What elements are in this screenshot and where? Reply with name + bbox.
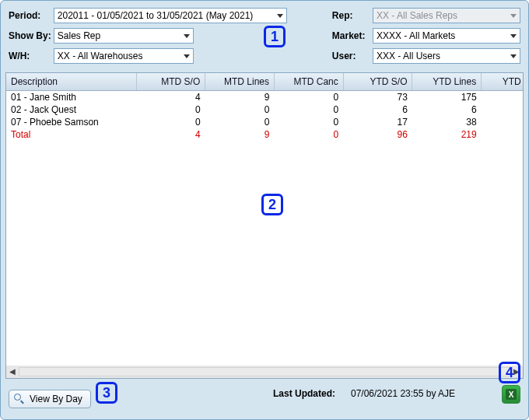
view-by-day-label: View By Day [30,394,82,404]
grid-header: DescriptionMTD S/OMTD LinesMTD CancYTD S… [6,73,524,91]
column-header[interactable]: Description [6,73,136,91]
user-label: User: [332,51,373,61]
wh-combo[interactable] [54,48,194,64]
filter-row-2: Show By: Market: [9,27,520,44]
column-header[interactable]: YTD Canc [482,73,524,91]
report-panel: Period: Rep: Show By: Market: W/H: User:… [0,0,529,420]
user-combo[interactable] [373,48,520,64]
export-excel-button[interactable]: X [502,385,520,404]
callout-3: 3 [96,382,117,404]
cell: 0 [275,116,344,128]
cell: 0 [136,116,205,128]
cell: 4 [136,128,205,141]
cell: 219 [412,128,482,141]
column-header[interactable]: MTD Canc [275,73,344,91]
cell: 0 [275,103,344,116]
cell: 07 - Phoebe Samson [6,116,136,128]
magnifier-icon [14,394,25,404]
cell: 0 [205,103,275,116]
scroll-right-icon[interactable]: ▶ [510,366,523,377]
cell: 01 - Jane Smith [6,91,136,104]
column-header[interactable]: MTD Lines [205,73,275,91]
cell: 96 [343,128,412,141]
showby-combo[interactable] [54,28,194,44]
period-combo[interactable] [54,8,287,23]
period-label: Period: [9,10,54,21]
horizontal-scrollbar[interactable]: ◀ ▶ [6,366,523,378]
grid-container: DescriptionMTD S/OMTD LinesMTD CancYTD S… [5,72,524,379]
total-row[interactable]: Total4909621929 [6,128,524,141]
cell: 0 [275,128,344,141]
column-header[interactable]: MTD S/O [136,73,205,91]
cell: 0 [136,103,205,116]
rep-label: Rep: [332,10,373,21]
rep-combo [373,8,520,23]
filter-area: Period: Rep: Show By: Market: W/H: User:… [1,1,528,72]
column-header[interactable]: YTD Lines [412,73,482,91]
cell: 6 [412,103,482,116]
cell: 0 [205,116,275,128]
cell: Total [6,128,136,141]
wh-label: W/H: [9,51,54,61]
cell: 0 [275,91,344,104]
showby-label: Show By: [9,30,54,41]
cell: 17 [343,116,412,128]
cell: 02 - Jack Quest [6,103,136,116]
cell: 73 [343,91,412,104]
scroll-left-icon[interactable]: ◀ [6,366,19,377]
cell: 6 [343,103,412,116]
cell: 38 [412,116,482,128]
cell: 29 [482,128,524,141]
scroll-track[interactable] [19,367,510,376]
view-by-day-button[interactable]: View By Day [9,390,91,408]
market-label: Market: [332,30,373,41]
cell: 175 [412,91,482,104]
last-updated-label: Last Updated: [273,388,335,399]
table-row[interactable]: 01 - Jane Smith4907317523 [6,91,524,104]
cell: 23 [482,91,524,104]
cell: 9 [205,91,275,104]
table-row[interactable]: 02 - Jack Quest000663 [6,103,524,116]
cell: 3 [482,116,524,128]
data-grid[interactable]: DescriptionMTD S/OMTD LinesMTD CancYTD S… [6,73,524,141]
cell: 4 [136,91,205,104]
filter-row-1: Period: Rep: [9,7,520,24]
footer: View By Day 3 Last Updated: 07/06/2021 2… [1,379,528,413]
column-header[interactable]: YTD S/O [343,73,412,91]
cell: 3 [482,103,524,116]
market-combo[interactable] [373,28,520,44]
table-row[interactable]: 07 - Phoebe Samson00017383 [6,116,524,128]
last-updated-value: 07/06/2021 23:55 by AJE [351,388,455,399]
cell: 9 [205,128,275,141]
excel-icon: X [506,389,517,400]
filter-row-3: W/H: User: [9,47,520,65]
